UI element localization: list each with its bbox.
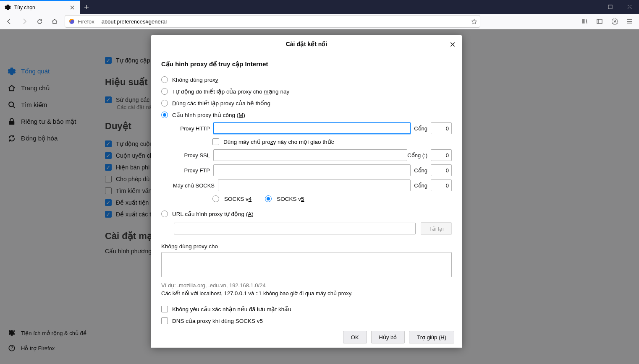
connection-settings-dialog: Cài đặt kết nối Cấu hình proxy để truy c… bbox=[151, 35, 462, 348]
cancel-button[interactable]: Hủy bỏ bbox=[371, 331, 405, 343]
radio-checked-icon bbox=[161, 112, 168, 118]
identity-box[interactable]: Firefox bbox=[65, 16, 98, 27]
localhost-hint: Các kết nối với localhost, 127.0.0.1 và … bbox=[161, 290, 452, 296]
socks-proxy-row: Máy chủ SOCKS Cổng bbox=[173, 178, 452, 193]
content-area: Tổng quát Trang chủ Tìm kiếm Riêng tư & … bbox=[0, 29, 639, 364]
dns-socks-checkbox[interactable]: DNS của proxy khi dùng SOCKS v5 bbox=[161, 315, 452, 327]
dialog-body: Cấu hình proxy để truy cập Internet Khôn… bbox=[151, 53, 462, 327]
http-port-label: Cổng bbox=[414, 125, 427, 132]
gear-icon bbox=[4, 4, 11, 11]
auto-url-row: Tải lại bbox=[161, 220, 452, 237]
ftp-proxy-row: Proxy FTP Cổng bbox=[173, 163, 452, 178]
firefox-icon bbox=[68, 18, 75, 25]
forward-button[interactable] bbox=[18, 15, 31, 28]
tab-strip: Tùy chọn bbox=[0, 0, 93, 14]
profile-icon[interactable] bbox=[608, 15, 621, 28]
help-button[interactable]: Trợ giúp (H) bbox=[409, 331, 454, 343]
ftp-port-input[interactable] bbox=[431, 164, 452, 176]
maximize-button[interactable] bbox=[600, 0, 620, 14]
reload-button[interactable]: Tải lại bbox=[421, 222, 452, 235]
navigation-toolbar: Firefox bbox=[0, 14, 639, 29]
radio-icon bbox=[161, 88, 168, 95]
ftp-port-label: Cổng bbox=[414, 167, 427, 174]
example-hint: Ví dụ: .mozilla.org, .edu.vn, 192.168.1.… bbox=[161, 282, 452, 289]
ssl-port-input[interactable] bbox=[431, 149, 452, 161]
dialog-header: Cài đặt kết nối bbox=[151, 35, 462, 53]
svg-point-4 bbox=[614, 20, 615, 21]
radio-icon bbox=[161, 100, 168, 107]
ssl-proxy-label: Proxy SSL bbox=[173, 152, 210, 159]
auto-url-input[interactable] bbox=[174, 223, 416, 234]
dialog-footer: OK Hủy bỏ Trợ giúp (H) bbox=[151, 327, 462, 348]
sidebar-icon[interactable] bbox=[593, 15, 606, 28]
checkbox-icon bbox=[161, 317, 168, 324]
socks-version-row: SOCKS v4 SOCKS v5 bbox=[161, 193, 452, 205]
radio-socks5[interactable] bbox=[265, 195, 272, 202]
new-tab-button[interactable] bbox=[80, 0, 93, 14]
ftp-proxy-label: Proxy FTP bbox=[173, 167, 210, 174]
checkbox-icon bbox=[212, 138, 219, 145]
dialog-title: Cài đặt kết nối bbox=[286, 41, 327, 47]
http-port-input[interactable] bbox=[431, 122, 452, 134]
tab-title: Tùy chọn bbox=[14, 5, 65, 10]
close-icon[interactable] bbox=[448, 39, 458, 49]
proxy-section-title: Cấu hình proxy để truy cập Internet bbox=[161, 60, 452, 68]
bookmark-star-icon[interactable] bbox=[468, 18, 480, 25]
no-proxy-textarea[interactable] bbox=[161, 252, 452, 277]
http-proxy-input[interactable] bbox=[213, 122, 411, 134]
minimize-button[interactable] bbox=[581, 0, 600, 14]
svg-rect-0 bbox=[608, 5, 612, 9]
ssl-proxy-input[interactable] bbox=[213, 149, 407, 161]
window-titlebar: Tùy chọn bbox=[0, 0, 639, 14]
ok-button[interactable]: OK bbox=[343, 331, 367, 343]
http-proxy-row: Proxy HTTP Cổng bbox=[173, 121, 452, 136]
radio-manual-proxy[interactable]: Cấu hình proxy thủ công (M) bbox=[161, 109, 452, 121]
no-proxy-label: Không dùng proxy cho bbox=[161, 243, 452, 250]
close-icon[interactable] bbox=[69, 4, 76, 11]
radio-auto-detect[interactable]: Tự động dò thiết lập của proxy cho mạng … bbox=[161, 86, 452, 97]
url-bar[interactable]: Firefox bbox=[65, 15, 480, 28]
radio-socks4[interactable] bbox=[212, 195, 219, 202]
tab-preferences[interactable]: Tùy chọn bbox=[0, 0, 80, 14]
reload-button[interactable] bbox=[33, 15, 46, 28]
checkbox-icon bbox=[161, 306, 168, 312]
ftp-proxy-input[interactable] bbox=[213, 164, 411, 176]
radio-no-proxy[interactable]: Không dùng proxy bbox=[161, 74, 452, 86]
radio-icon bbox=[161, 211, 168, 217]
socks-port-label: Cổng bbox=[414, 182, 427, 189]
identity-label: Firefox bbox=[78, 18, 94, 25]
http-proxy-label: Proxy HTTP bbox=[173, 125, 210, 132]
back-button[interactable] bbox=[3, 15, 16, 28]
url-input[interactable] bbox=[98, 18, 468, 25]
window-controls bbox=[581, 0, 639, 14]
radio-icon bbox=[161, 76, 168, 83]
ssl-port-label: Cổng (:) bbox=[407, 152, 427, 159]
svg-rect-2 bbox=[597, 19, 602, 23]
use-for-all-checkbox[interactable]: Dùng máy chủ proxy này cho mọi giao thức bbox=[161, 136, 452, 148]
no-prompt-checkbox[interactable]: Không yêu cầu xác nhận nếu đã lưu mật kh… bbox=[161, 303, 452, 315]
radio-auto-url[interactable]: URL cấu hình proxy tự động (A) bbox=[161, 208, 452, 220]
ssl-proxy-row: Proxy SSL Cổng (:) bbox=[173, 148, 452, 163]
home-button[interactable] bbox=[48, 15, 61, 28]
radio-system-proxy[interactable]: Dùng các thiết lập proxy của hệ thống bbox=[161, 97, 452, 109]
close-window-button[interactable] bbox=[620, 0, 639, 14]
menu-icon[interactable] bbox=[623, 15, 636, 28]
socks-proxy-input[interactable] bbox=[218, 179, 411, 191]
socks-proxy-label: Máy chủ SOCKS bbox=[173, 182, 215, 189]
socks-port-input[interactable] bbox=[431, 179, 452, 191]
library-icon[interactable] bbox=[578, 15, 591, 28]
